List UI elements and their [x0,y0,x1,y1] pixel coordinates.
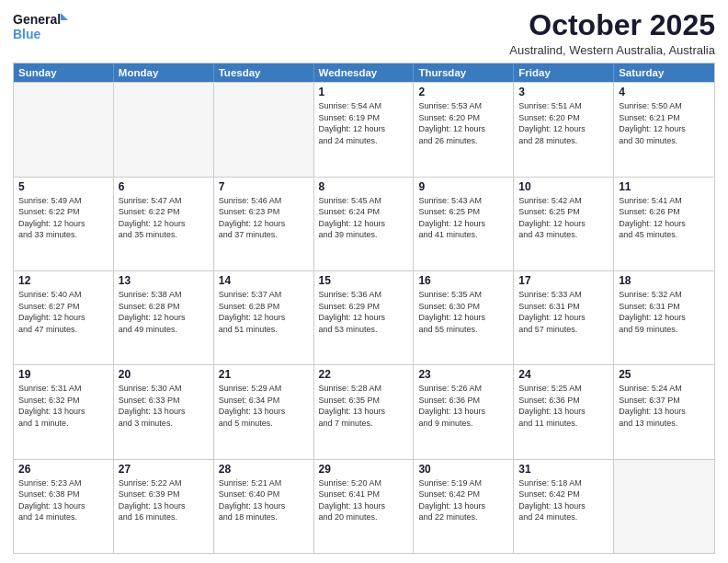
day-info: Sunrise: 5:54 AM Sunset: 6:19 PM Dayligh… [319,100,409,146]
day-info: Sunrise: 5:19 AM Sunset: 6:42 PM Dayligh… [418,477,508,523]
day-info: Sunrise: 5:30 AM Sunset: 6:33 PM Dayligh… [119,383,209,429]
calendar-cell: 30Sunrise: 5:19 AM Sunset: 6:42 PM Dayli… [414,460,514,553]
day-info: Sunrise: 5:51 AM Sunset: 6:20 PM Dayligh… [518,100,609,146]
day-number: 14 [219,274,309,287]
month-title: October 2025 [509,9,715,41]
day-info: Sunrise: 5:36 AM Sunset: 6:29 PM Dayligh… [319,289,409,335]
subtitle: Australind, Western Australia, Australia [509,43,715,57]
calendar-cell: 28Sunrise: 5:21 AM Sunset: 6:40 PM Dayli… [214,460,314,553]
logo-svg: General Blue [13,9,68,46]
day-info: Sunrise: 5:37 AM Sunset: 6:28 PM Dayligh… [219,289,309,335]
calendar-cell: 1Sunrise: 5:54 AM Sunset: 6:19 PM Daylig… [314,83,415,176]
calendar-cell: 9Sunrise: 5:43 AM Sunset: 6:25 PM Daylig… [414,178,514,270]
day-number: 5 [18,180,108,193]
day-info: Sunrise: 5:25 AM Sunset: 6:36 PM Dayligh… [518,383,609,429]
day-info: Sunrise: 5:31 AM Sunset: 6:32 PM Dayligh… [18,383,108,429]
calendar-cell: 14Sunrise: 5:37 AM Sunset: 6:28 PM Dayli… [214,271,314,364]
day-info: Sunrise: 5:35 AM Sunset: 6:30 PM Dayligh… [418,289,508,335]
calendar-header: SundayMondayTuesdayWednesdayThursdayFrid… [14,63,714,82]
day-info: Sunrise: 5:46 AM Sunset: 6:23 PM Dayligh… [219,195,309,241]
calendar-row-3: 12Sunrise: 5:40 AM Sunset: 6:27 PM Dayli… [14,270,714,364]
calendar-cell [214,83,314,176]
header-cell-thursday: Thursday [414,63,514,82]
calendar-cell [614,460,714,553]
calendar-cell: 26Sunrise: 5:23 AM Sunset: 6:38 PM Dayli… [14,460,114,553]
day-number: 13 [119,274,209,287]
calendar-row-1: 1Sunrise: 5:54 AM Sunset: 6:19 PM Daylig… [14,82,714,176]
day-number: 16 [418,274,508,287]
calendar-cell: 11Sunrise: 5:41 AM Sunset: 6:26 PM Dayli… [614,178,714,270]
day-info: Sunrise: 5:50 AM Sunset: 6:21 PM Dayligh… [619,100,710,146]
day-number: 2 [418,86,508,98]
page: General Blue October 2025 Australind, We… [0,0,728,563]
title-area: October 2025 Australind, Western Austral… [509,9,715,57]
day-number: 20 [119,368,209,381]
calendar-row-4: 19Sunrise: 5:31 AM Sunset: 6:32 PM Dayli… [14,364,714,458]
calendar-cell: 15Sunrise: 5:36 AM Sunset: 6:29 PM Dayli… [314,271,415,364]
day-number: 3 [518,86,609,98]
calendar-cell: 16Sunrise: 5:35 AM Sunset: 6:30 PM Dayli… [414,271,514,364]
logo: General Blue [13,9,68,46]
day-number: 6 [119,180,209,193]
calendar-cell: 6Sunrise: 5:47 AM Sunset: 6:22 PM Daylig… [114,178,214,270]
day-info: Sunrise: 5:42 AM Sunset: 6:25 PM Dayligh… [518,195,609,241]
day-info: Sunrise: 5:24 AM Sunset: 6:37 PM Dayligh… [619,383,710,429]
day-number: 26 [18,463,108,476]
day-number: 23 [418,368,508,381]
day-info: Sunrise: 5:26 AM Sunset: 6:36 PM Dayligh… [418,383,508,429]
day-info: Sunrise: 5:40 AM Sunset: 6:27 PM Dayligh… [18,289,108,335]
day-info: Sunrise: 5:32 AM Sunset: 6:31 PM Dayligh… [619,289,710,335]
day-info: Sunrise: 5:18 AM Sunset: 6:42 PM Dayligh… [518,477,609,523]
header-cell-monday: Monday [114,63,214,82]
day-number: 19 [18,368,108,381]
day-number: 27 [119,463,209,476]
day-number: 7 [219,180,309,193]
day-info: Sunrise: 5:20 AM Sunset: 6:41 PM Dayligh… [319,477,409,523]
calendar-cell: 2Sunrise: 5:53 AM Sunset: 6:20 PM Daylig… [414,83,514,176]
calendar-cell: 4Sunrise: 5:50 AM Sunset: 6:21 PM Daylig… [614,83,714,176]
svg-text:Blue: Blue [13,27,41,41]
calendar-cell: 21Sunrise: 5:29 AM Sunset: 6:34 PM Dayli… [214,365,314,458]
calendar-cell: 25Sunrise: 5:24 AM Sunset: 6:37 PM Dayli… [614,365,714,458]
calendar-cell: 10Sunrise: 5:42 AM Sunset: 6:25 PM Dayli… [514,178,614,270]
calendar-cell: 18Sunrise: 5:32 AM Sunset: 6:31 PM Dayli… [614,271,714,364]
day-info: Sunrise: 5:47 AM Sunset: 6:22 PM Dayligh… [119,195,209,241]
calendar-cell: 5Sunrise: 5:49 AM Sunset: 6:22 PM Daylig… [14,178,114,270]
calendar-row-5: 26Sunrise: 5:23 AM Sunset: 6:38 PM Dayli… [14,459,714,553]
day-info: Sunrise: 5:23 AM Sunset: 6:38 PM Dayligh… [18,477,108,523]
calendar-cell: 3Sunrise: 5:51 AM Sunset: 6:20 PM Daylig… [514,83,614,176]
calendar-cell: 29Sunrise: 5:20 AM Sunset: 6:41 PM Dayli… [314,460,415,553]
calendar-cell: 31Sunrise: 5:18 AM Sunset: 6:42 PM Dayli… [514,460,614,553]
day-number: 24 [518,368,609,381]
calendar-cell: 7Sunrise: 5:46 AM Sunset: 6:23 PM Daylig… [214,178,314,270]
day-info: Sunrise: 5:22 AM Sunset: 6:39 PM Dayligh… [119,477,209,523]
day-number: 11 [619,180,710,193]
calendar-cell: 22Sunrise: 5:28 AM Sunset: 6:35 PM Dayli… [314,365,415,458]
day-number: 30 [418,463,508,476]
calendar-cell: 19Sunrise: 5:31 AM Sunset: 6:32 PM Dayli… [14,365,114,458]
day-info: Sunrise: 5:29 AM Sunset: 6:34 PM Dayligh… [219,383,309,429]
day-info: Sunrise: 5:49 AM Sunset: 6:22 PM Dayligh… [18,195,108,241]
calendar-cell: 12Sunrise: 5:40 AM Sunset: 6:27 PM Dayli… [14,271,114,364]
day-number: 31 [518,463,609,476]
day-info: Sunrise: 5:53 AM Sunset: 6:20 PM Dayligh… [418,100,508,146]
day-number: 1 [319,86,409,98]
calendar-cell: 20Sunrise: 5:30 AM Sunset: 6:33 PM Dayli… [114,365,214,458]
day-info: Sunrise: 5:38 AM Sunset: 6:28 PM Dayligh… [119,289,209,335]
day-info: Sunrise: 5:33 AM Sunset: 6:31 PM Dayligh… [518,289,609,335]
day-number: 18 [619,274,710,287]
header-cell-wednesday: Wednesday [314,63,415,82]
svg-marker-1 [61,13,68,20]
day-info: Sunrise: 5:21 AM Sunset: 6:40 PM Dayligh… [219,477,309,523]
header-cell-saturday: Saturday [614,63,714,82]
header-cell-sunday: Sunday [14,63,114,82]
calendar-cell [14,83,114,176]
calendar-body: 1Sunrise: 5:54 AM Sunset: 6:19 PM Daylig… [14,82,714,553]
day-number: 9 [418,180,508,193]
day-info: Sunrise: 5:43 AM Sunset: 6:25 PM Dayligh… [418,195,508,241]
calendar-cell: 23Sunrise: 5:26 AM Sunset: 6:36 PM Dayli… [414,365,514,458]
day-number: 4 [619,86,710,98]
calendar-cell: 8Sunrise: 5:45 AM Sunset: 6:24 PM Daylig… [314,178,415,270]
calendar: SundayMondayTuesdayWednesdayThursdayFrid… [13,63,715,554]
calendar-cell: 17Sunrise: 5:33 AM Sunset: 6:31 PM Dayli… [514,271,614,364]
